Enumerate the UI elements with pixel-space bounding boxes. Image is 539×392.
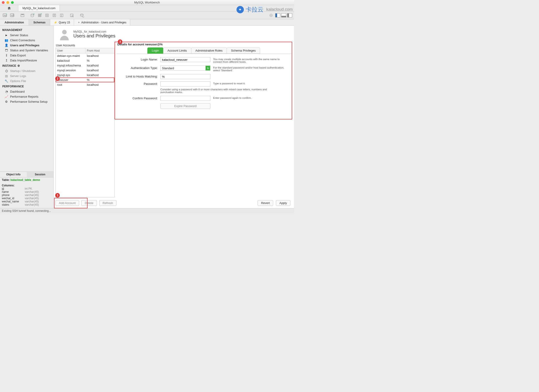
search-table-icon[interactable] — [69, 12, 75, 18]
nav-section-header: INSTANCE ⚙ — [0, 63, 53, 68]
open-sql-icon[interactable]: SQL — [9, 12, 16, 18]
user-accounts-grid[interactable]: User From Host debian-sys-maintlocalhost… — [55, 48, 115, 197]
tab-account-limits[interactable]: Account Limits — [163, 48, 191, 54]
user-account-row[interactable]: newuser% — [56, 77, 114, 82]
new-function-icon[interactable]: ƒ — [59, 12, 65, 18]
new-view-icon[interactable] — [44, 12, 50, 18]
password-field[interactable] — [160, 81, 210, 87]
home-icon — [7, 6, 11, 10]
nav-item[interactable]: 🔧Options File — [0, 78, 53, 83]
object-info-prefix: Table: — [2, 178, 10, 182]
column-type: varchar(45) — [25, 200, 39, 203]
reconnect-icon[interactable] — [79, 12, 85, 18]
nav-tab-administration[interactable]: Administration — [0, 19, 29, 25]
nav-item[interactable]: ⚙Performance Schema Setup — [0, 99, 53, 104]
nav-item[interactable]: ↧Data Export — [0, 53, 53, 58]
nav-item[interactable]: 🗔Status and System Variables — [0, 48, 53, 53]
tab-label: Administration - Users and Privileges — [81, 21, 126, 24]
statusbar: Existing SSH tunnel found, connecting... — [0, 208, 294, 213]
user-account-row[interactable]: mysql.infoschemalocalhost — [56, 63, 114, 68]
apply-button[interactable]: Apply — [276, 200, 290, 206]
new-sql-tab-icon[interactable]: SQL+ — [2, 12, 8, 18]
svg-text:+: + — [41, 13, 42, 15]
editor-tabs: Administration Schemas ⚡ Query 15 ✦ Admi… — [0, 19, 294, 26]
toggle-sidebar-icon[interactable] — [275, 13, 280, 17]
refresh-button[interactable]: Refresh — [99, 200, 117, 206]
column-name: wechat_id — [2, 197, 25, 200]
tab-schema-privileges[interactable]: Schema Privileges — [227, 48, 260, 54]
kalacloud-logo-icon: ✦ — [236, 6, 244, 13]
login-name-label: Login Name: — [119, 57, 158, 61]
nav-item[interactable]: ►Server Status — [0, 33, 53, 38]
toggle-secondary-icon[interactable] — [287, 13, 292, 17]
user-account-row[interactable]: mysql.sessionlocalhost — [56, 68, 114, 73]
user-account-row[interactable]: rootlocalhost — [56, 82, 114, 87]
column-row: wechat_namevarchar(45) — [2, 200, 52, 203]
svg-point-12 — [46, 15, 48, 16]
page-title: Users and Privileges — [73, 33, 115, 39]
inspector-icon[interactable] — [19, 12, 26, 18]
tab-admin-users[interactable]: ✦ Administration - Users and Privileges — [74, 19, 130, 25]
hosts-field[interactable] — [160, 74, 210, 79]
login-name-hint: You may create multiple accounts with th… — [213, 57, 289, 63]
tab-query[interactable]: ⚡ Query 15 — [50, 19, 74, 25]
nav-item-label: Server Status — [10, 34, 28, 37]
setup-icon: ⚙ — [5, 100, 8, 103]
auth-type-value: Standard — [161, 67, 206, 70]
svg-rect-5 — [21, 14, 24, 17]
nav-item-label: Server Logs — [10, 74, 26, 78]
user-accounts-label: User Accounts — [55, 43, 115, 48]
confirm-hint: Enter password again to confirm. — [213, 96, 289, 99]
tab-object-info[interactable]: Object Info — [0, 172, 27, 177]
nav-item-label: Dashboard — [10, 90, 25, 93]
login-name-field[interactable] — [160, 57, 210, 62]
delete-button[interactable]: Delete — [81, 200, 97, 206]
tab-label: Query 15 — [59, 21, 70, 24]
expire-password-button[interactable]: Expire Password — [160, 103, 210, 109]
cell-user: mysql.session — [56, 68, 86, 72]
user-account-row[interactable]: kalacloud% — [56, 58, 114, 63]
tab-session[interactable]: Session — [27, 172, 54, 177]
cell-user: mysql.infoschema — [56, 63, 86, 68]
cell-host: % — [86, 78, 114, 82]
nav-item[interactable]: 📈Performance Reports — [0, 94, 53, 99]
cell-user: newuser — [56, 78, 86, 82]
home-tab[interactable] — [0, 5, 18, 11]
column-row: namevarchar(45) — [2, 190, 52, 194]
object-info-table: kalacloud_table_demo — [10, 178, 40, 182]
user-account-row[interactable]: debian-sys-maintlocalhost — [56, 53, 114, 58]
status-text: Existing SSH tunnel found, connecting... — [2, 209, 51, 213]
columns-label: Columns: — [2, 184, 52, 187]
nav-item[interactable]: 👥Client Connections — [0, 38, 53, 43]
nav-item[interactable]: ▤Server Logs — [0, 73, 53, 78]
auth-type-select[interactable]: Standard ⇅ — [160, 66, 210, 71]
revert-button[interactable]: Revert — [258, 200, 273, 206]
nav-item[interactable]: ↥Data Import/Restore — [0, 58, 53, 63]
nav-item[interactable]: ⏻Startup / Shutdown — [0, 68, 53, 73]
confirm-password-field[interactable] — [160, 96, 210, 101]
column-row: wechat_idvarchar(45) — [2, 197, 52, 200]
nav-tab-schemas[interactable]: Schemas — [29, 19, 50, 25]
new-procedure-icon[interactable] — [51, 12, 58, 18]
nav-item[interactable]: ◔Dashboard — [0, 89, 53, 94]
watermark: ✦ 卡拉云 kalacloud.com — [236, 5, 293, 14]
page-crumb: MySQL_for_kalacloud.com — [73, 30, 115, 33]
svg-point-21 — [62, 30, 67, 34]
nav-item[interactable]: 👤Users and Privileges — [0, 43, 53, 48]
new-schema-icon[interactable]: + — [29, 12, 36, 18]
power-icon: ⏻ — [5, 69, 8, 73]
tab-admin-roles[interactable]: Administrative Roles — [191, 48, 227, 54]
new-table-icon[interactable]: + — [37, 12, 43, 18]
details-tabs: Login Account Limits Administrative Role… — [116, 48, 291, 54]
toggle-output-icon[interactable] — [281, 13, 286, 17]
connection-tab[interactable]: MySQL_for_kalacloud.com — [18, 5, 60, 11]
page-header: MySQL_for_kalacloud.com Users and Privil… — [54, 26, 294, 42]
cell-user: debian-sys-maint — [56, 54, 86, 58]
user-account-row[interactable]: mysql.syslocalhost — [56, 73, 114, 77]
titlebar: MySQL Workbench — [0, 0, 294, 5]
col-host: From Host — [86, 48, 114, 53]
tab-login[interactable]: Login — [147, 48, 164, 54]
nav-item-label: Startup / Shutdown — [10, 69, 35, 73]
nav-section-header: PERFORMANCE — [0, 83, 53, 89]
add-account-button[interactable]: Add Account — [55, 200, 79, 206]
